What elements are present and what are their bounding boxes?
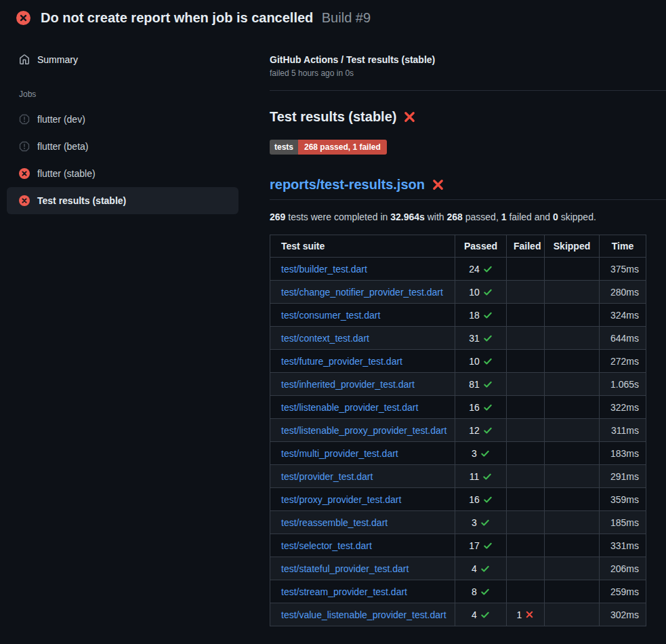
time-cell: 183ms — [600, 442, 646, 465]
check-icon — [480, 587, 490, 597]
time-cell: 272ms — [600, 350, 646, 373]
failed-icon — [19, 168, 30, 179]
skipped-cell — [545, 580, 600, 603]
test-suite-link[interactable]: test/selector_test.dart — [281, 540, 372, 551]
sidebar-job-item[interactable]: flutter (beta) — [7, 133, 238, 160]
passed-cell: 3 — [455, 511, 507, 534]
sidebar-job-item[interactable]: Test results (stable) — [7, 187, 238, 214]
failed-x-icon — [432, 178, 444, 191]
passed-cell: 10 — [455, 350, 507, 373]
sidebar-item-summary[interactable]: Summary — [0, 46, 245, 73]
passed-cell: 18 — [455, 304, 507, 327]
passed-cell: 3 — [455, 442, 507, 465]
check-icon — [483, 403, 493, 412]
test-suite-link[interactable]: test/reassemble_test.dart — [281, 517, 388, 528]
passed-cell: 16 — [455, 396, 507, 419]
test-suite-link[interactable]: test/change_notifier_provider_test.dart — [281, 287, 443, 298]
table-row: test/reassemble_test.dart 3 — [270, 511, 646, 534]
time-cell: 322ms — [600, 396, 646, 419]
table-row: test/proxy_provider_test.dart 16 — [270, 488, 646, 511]
table-row: test/builder_test.dart 24 — [270, 258, 646, 281]
skipped-cell — [545, 258, 600, 281]
passed-cell: 4 — [455, 603, 507, 626]
test-suite-link[interactable]: test/context_test.dart — [281, 333, 369, 344]
home-icon — [19, 54, 30, 65]
check-icon — [483, 357, 493, 366]
failed-cell — [507, 281, 545, 304]
table-row: test/stream_provider_test.dart 8 — [270, 580, 646, 603]
test-suite-link[interactable]: test/stateful_provider_test.dart — [281, 563, 409, 574]
skipped-cell — [545, 511, 600, 534]
failed-cell — [507, 511, 545, 534]
test-suite-link[interactable]: test/listenable_provider_test.dart — [281, 402, 418, 413]
page-title: Do not create report when job is cancell… — [41, 10, 313, 25]
check-icon — [480, 518, 490, 527]
table-row: test/inherited_provider_test.dart 81 — [270, 373, 646, 396]
failed-cell — [507, 580, 545, 603]
passed-cell: 11 — [455, 465, 507, 488]
failed-cell — [507, 396, 545, 419]
test-suite-link[interactable]: test/value_listenable_provider_test.dart — [281, 609, 446, 620]
table-row: test/listenable_provider_test.dart 16 — [270, 396, 646, 419]
time-cell: 280ms — [600, 281, 646, 304]
time-cell: 291ms — [600, 465, 646, 488]
failed-cell — [507, 419, 545, 442]
failed-cell — [507, 258, 545, 281]
table-row: test/provider_test.dart 11 — [270, 465, 646, 488]
check-icon — [483, 495, 493, 504]
skipped-cell — [545, 442, 600, 465]
test-suite-link[interactable]: test/inherited_provider_test.dart — [281, 379, 415, 390]
time-cell: 206ms — [600, 557, 646, 580]
col-header-passed: Passed — [455, 235, 507, 258]
sidebar-summary-label: Summary — [37, 54, 78, 65]
skipped-cell — [545, 304, 600, 327]
main-content: GitHub Actions / Test results (stable) f… — [245, 34, 666, 626]
passed-cell: 17 — [455, 534, 507, 557]
test-suite-link[interactable]: test/multi_provider_test.dart — [281, 448, 398, 459]
test-suite-link[interactable]: test/proxy_provider_test.dart — [281, 494, 401, 505]
report-file-link[interactable]: reports/test-results.json — [270, 177, 425, 193]
table-row: test/listenable_proxy_provider_test.dart… — [270, 419, 646, 442]
passed-cell: 16 — [455, 488, 507, 511]
table-row: test/stateful_provider_test.dart 4 — [270, 557, 646, 580]
time-cell: 331ms — [600, 534, 646, 557]
test-suite-link[interactable]: test/consumer_test.dart — [281, 310, 380, 321]
passed-cell: 10 — [455, 281, 507, 304]
check-icon — [483, 380, 493, 389]
badge-label: tests — [270, 140, 298, 155]
job-label: flutter (stable) — [37, 168, 96, 179]
test-suite-link[interactable]: test/provider_test.dart — [281, 471, 373, 482]
sidebar-job-item[interactable]: flutter (dev) — [7, 106, 238, 133]
test-suite-link[interactable]: test/stream_provider_test.dart — [281, 586, 407, 597]
failed-cell — [507, 327, 545, 350]
failed-cell — [507, 304, 545, 327]
table-row: test/consumer_test.dart 18 — [270, 304, 646, 327]
test-results-table: Test suite Passed Failed Skipped Time te… — [270, 235, 646, 626]
test-suite-link[interactable]: test/builder_test.dart — [281, 264, 367, 275]
col-header-skipped: Skipped — [545, 235, 600, 258]
passed-cell: 12 — [455, 419, 507, 442]
failed-cell — [507, 442, 545, 465]
passed-cell: 4 — [455, 557, 507, 580]
tests-summary-line: 269 tests were completed in 32.964s with… — [270, 212, 666, 222]
col-header-time: Time — [600, 235, 646, 258]
passed-cell: 81 — [455, 373, 507, 396]
failed-x-icon — [403, 110, 416, 123]
check-run-page: Do not create report when job is cancell… — [0, 0, 666, 644]
skipped-cell — [545, 557, 600, 580]
check-icon — [480, 564, 490, 573]
time-cell: 185ms — [600, 511, 646, 534]
skipped-cell — [545, 350, 600, 373]
report-file-heading: reports/test-results.json — [270, 177, 666, 200]
col-header-test-suite: Test suite — [270, 235, 455, 258]
test-suite-link[interactable]: test/future_provider_test.dart — [281, 356, 402, 367]
skipped-cell — [545, 534, 600, 557]
sidebar-job-item[interactable]: flutter (stable) — [7, 160, 238, 187]
skipped-cell — [545, 281, 600, 304]
check-icon — [483, 426, 493, 435]
test-suite-link[interactable]: test/listenable_proxy_provider_test.dart — [281, 425, 446, 436]
passed-cell: 24 — [455, 258, 507, 281]
time-cell: 324ms — [600, 304, 646, 327]
skipped-cell — [545, 465, 600, 488]
failed-cell — [507, 465, 545, 488]
